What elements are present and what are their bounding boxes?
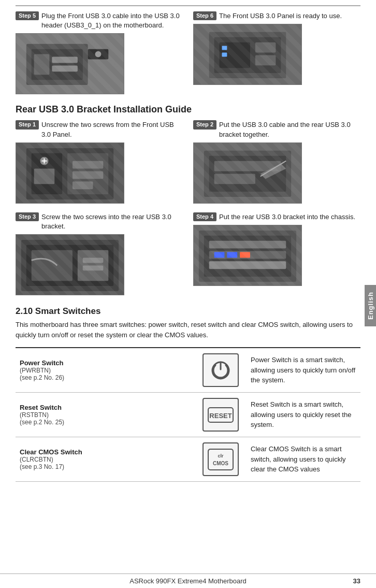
table-row: Power Switch (PWRBTN) (see p.2 No. 26) P… <box>16 348 360 393</box>
power-switch-desc: Power Switch is a smart switch, allowing… <box>247 348 360 393</box>
step-6-col: Step 6 The Front USB 3.0 Panel is ready … <box>193 11 360 96</box>
table-row: Clear CMOS Switch (CLRCBTN) (see p.3 No.… <box>16 437 360 482</box>
svg-rect-14 <box>255 42 276 53</box>
svg-rect-6 <box>88 49 109 60</box>
clrcmos-switch-icon-box: clr CMOS <box>203 442 239 476</box>
switches-table: Power Switch (PWRBTN) (see p.2 No. 26) P… <box>16 347 360 482</box>
svg-rect-38 <box>83 258 104 263</box>
clrcmos-switch-name: Clear CMOS Switch <box>20 448 191 456</box>
step-5-text: Plug the Front USB 3.0 cable into the US… <box>41 11 183 30</box>
svg-rect-35 <box>26 245 113 286</box>
step-1-image <box>16 142 124 204</box>
power-switch-sub2: (see p.2 No. 26) <box>20 374 191 381</box>
svg-rect-28 <box>204 151 291 197</box>
step-1-col: Step 1 Unscrew the two screws from the F… <box>16 120 183 205</box>
svg-rect-47 <box>227 252 237 257</box>
svg-rect-15 <box>255 55 276 66</box>
reset-switch-icon-box: RESET <box>203 398 239 432</box>
svg-rect-48 <box>240 252 250 257</box>
step-4-header: Step 4 Put the rear USB 3.0 bracket into… <box>193 212 360 222</box>
svg-rect-23 <box>34 168 55 184</box>
svg-point-24 <box>40 156 49 165</box>
step-2-col: Step 2 Put the USB 3.0 cable and the rea… <box>193 120 360 205</box>
svg-rect-53 <box>208 449 233 470</box>
step-3-col: Step 3 Screw the two screws into the rea… <box>16 212 183 297</box>
power-icon <box>208 358 233 383</box>
step-6-badge: Step 6 <box>193 11 216 20</box>
svg-rect-31 <box>214 174 255 184</box>
svg-rect-27 <box>194 143 301 204</box>
step-3-image <box>16 234 124 295</box>
svg-text:RESET: RESET <box>209 412 232 420</box>
svg-text:CMOS: CMOS <box>213 461 228 466</box>
top-border <box>16 5 360 6</box>
step-row-5-6: Step 5 Plug the Front USB 3.0 cable into… <box>16 11 360 96</box>
svg-rect-42 <box>204 236 291 277</box>
svg-rect-22 <box>73 181 93 189</box>
sidebar-english-label: English <box>365 285 376 326</box>
svg-line-32 <box>261 161 286 176</box>
step-5-badge: Step 5 <box>16 11 39 20</box>
footer-text: ASRock 990FX Extreme4 Motherboard <box>129 577 246 585</box>
step-6-image <box>193 24 302 85</box>
step-3-badge: Step 3 <box>16 212 39 221</box>
svg-rect-46 <box>214 252 225 257</box>
smart-switches-heading: 2.10 Smart Switches <box>16 306 360 317</box>
svg-rect-11 <box>220 42 250 68</box>
svg-rect-30 <box>214 161 281 171</box>
svg-rect-12 <box>222 46 227 50</box>
svg-rect-17 <box>26 148 113 199</box>
svg-rect-9 <box>209 32 286 78</box>
svg-rect-8 <box>194 24 301 85</box>
svg-rect-3 <box>34 54 50 75</box>
clrcmos-switch-name-cell: Clear CMOS Switch (CLRCBTN) (see p.3 No.… <box>16 437 195 482</box>
power-switch-icon-box <box>203 353 239 387</box>
reset-switch-sub2: (see p.2 No. 25) <box>20 419 191 426</box>
step-4-image <box>193 225 302 286</box>
svg-rect-18 <box>32 153 62 194</box>
svg-rect-5 <box>52 66 78 72</box>
svg-rect-13 <box>222 53 227 57</box>
clrcmos-switch-sub1: (CLRCBTN) <box>20 456 191 463</box>
svg-rect-19 <box>67 153 108 194</box>
step-4-text: Put the rear USB 3.0 bracket into the ch… <box>219 212 360 222</box>
step-row-1-2: Step 1 Unscrew the two screws from the F… <box>16 120 360 205</box>
svg-rect-4 <box>52 57 78 63</box>
step-2-image <box>193 142 302 204</box>
reset-icon: RESET <box>207 405 234 425</box>
clrcmos-switch-desc: Clear CMOS Switch is a smart switch, all… <box>247 437 360 482</box>
table-row: Reset Switch (RSTBTN) (see p.2 No. 25) R… <box>16 393 360 437</box>
step-2-badge: Step 2 <box>193 120 216 129</box>
page-number: 33 <box>353 577 360 585</box>
svg-rect-10 <box>214 37 281 73</box>
smart-switches-desc: This motherboard has three smart switche… <box>16 320 360 340</box>
reset-switch-name-cell: Reset Switch (RSTBTN) (see p.2 No. 25) <box>16 393 195 437</box>
step-5-col: Step 5 Plug the Front USB 3.0 cable into… <box>16 11 183 96</box>
svg-rect-21 <box>73 171 103 179</box>
step-1-text: Unscrew the two screws from the Front US… <box>41 120 183 139</box>
power-switch-name: Power Switch <box>20 359 191 367</box>
svg-rect-44 <box>209 251 286 259</box>
step-1-header: Step 1 Unscrew the two screws from the F… <box>16 120 183 139</box>
svg-text:clr: clr <box>218 453 224 458</box>
reset-switch-icon-cell: RESET <box>195 393 247 437</box>
step-6-header: Step 6 The Front USB 3.0 Panel is ready … <box>193 11 360 21</box>
svg-rect-45 <box>209 261 286 269</box>
step-3-header: Step 3 Screw the two screws into the rea… <box>16 212 183 231</box>
step-2-text: Put the USB 3.0 cable and the rear USB 3… <box>219 120 360 139</box>
step-4-badge: Step 4 <box>193 212 216 221</box>
svg-rect-1 <box>26 44 88 85</box>
step-3-text: Screw the two screws into the rear USB 3… <box>41 212 183 231</box>
svg-rect-16 <box>16 143 124 204</box>
power-switch-name-cell: Power Switch (PWRBTN) (see p.2 No. 26) <box>16 348 195 393</box>
svg-rect-0 <box>16 34 124 94</box>
page-footer: ASRock 990FX Extreme4 Motherboard 33 <box>0 573 376 588</box>
svg-rect-34 <box>21 240 119 291</box>
rear-usb-heading: Rear USB 3.0 Bracket Installation Guide <box>16 104 360 115</box>
clrcmos-icon: clr CMOS <box>207 447 234 472</box>
step-row-3-4: Step 3 Screw the two screws into the rea… <box>16 212 360 297</box>
clrcmos-switch-icon-cell: clr CMOS <box>195 437 247 482</box>
svg-rect-36 <box>32 250 73 281</box>
svg-rect-29 <box>209 156 286 192</box>
reset-switch-desc: Reset Switch is a smart switch, allowing… <box>247 393 360 437</box>
